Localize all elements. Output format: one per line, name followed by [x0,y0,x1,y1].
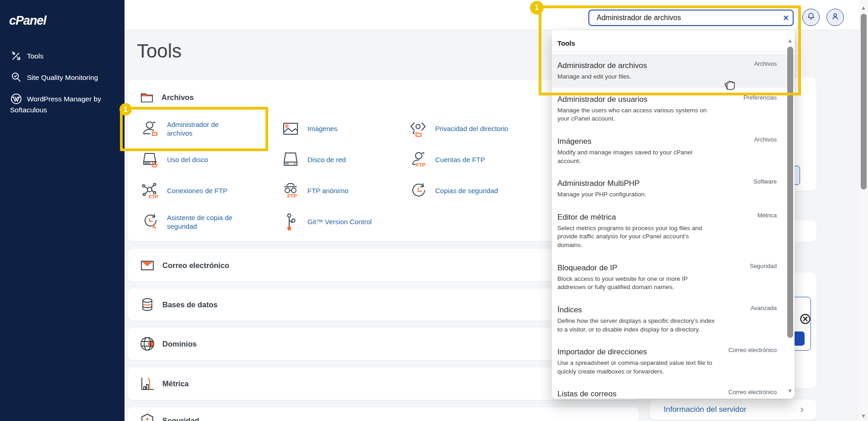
tool-label: Imágenes [307,124,338,133]
dropdown-scroll-up-icon[interactable]: ▲ [787,37,793,44]
section-label: Archivos [161,93,194,102]
search-results-dropdown: Tools Administrador de archivos Manage a… [552,30,795,399]
domains-icon [140,336,155,352]
result-category: Métrica [757,212,777,219]
divider [552,52,795,52]
server-info-card: Información del servidor › [650,400,816,420]
server-info-link[interactable]: Información del servidor [664,405,746,414]
tool-item-disk-usage[interactable]: Uso del disco [140,149,280,170]
search-result-row[interactable]: Imágenes Modify and manage images saved … [552,130,795,172]
result-description: Define how the server displays a specifi… [557,317,715,334]
result-title: Índices [557,305,740,315]
sidebar-item-label: Tools [27,52,43,60]
tool-label: Privacidad del directorio [435,124,508,133]
section-label: Dominios [162,340,197,348]
databases-icon [140,297,155,312]
tool-item-images[interactable]: Imágenes [280,118,408,139]
tool-label: FTP anónimo [307,186,348,195]
results-list: Administrador de archivos Manage and edi… [552,54,795,399]
page-scrollbar[interactable]: ▲ ▼ [859,0,868,421]
svg-text:FTP: FTP [287,193,297,199]
section-label: Métrica [162,379,189,388]
page-title: Tools [137,40,182,62]
sidebar: cPanel Tools Site Quality Monitoring Wor… [0,0,125,421]
sidebar-item-label: Site Quality Monitoring [27,74,98,81]
tool-label: Uso del disco [167,155,208,164]
result-description: Select metrics programs to process your … [557,224,715,250]
scroll-up-icon[interactable]: ▲ [861,5,866,11]
git-icon [280,211,301,232]
result-description: Block access to your website for one or … [557,275,715,292]
search-result-row[interactable]: Importador de direcciones Use a spreadsh… [552,340,795,382]
ftp-accounts-icon: FTP [408,149,429,170]
result-category: Correo electrónico [728,347,777,353]
disk-usage-icon [140,149,161,170]
cpanel-app: cPanel Tools Site Quality Monitoring Wor… [0,0,868,421]
page-scrollbar-thumb[interactable] [861,14,867,189]
result-category: Avanzada [750,305,777,311]
promo-close-icon[interactable] [800,314,811,326]
result-category: Seguridad [750,263,777,269]
sidebar-item-tools[interactable]: Tools [0,45,125,67]
web-disk-icon [280,149,301,170]
chevron-right-icon[interactable]: › [800,405,804,415]
account-button[interactable] [826,9,844,26]
sidebar-item-wordpress-manager[interactable]: WordPress Manager by Softaculous [0,88,125,120]
search-result-row[interactable]: Editor de métrica Select metrics program… [552,205,795,256]
tool-item-anonymous-ftp[interactable]: FTP FTP anónimo [280,180,408,201]
tool-item-git-version-control[interactable]: Git™ Version Control [280,211,408,232]
tools-icon [10,50,22,62]
result-category: Software [754,178,777,185]
sidebar-nav: Tools Site Quality Monitoring WordPress … [0,45,125,120]
search-result-row[interactable]: Administrador de archivos Manage and edi… [552,54,795,88]
dropdown-scroll-down-icon[interactable]: ▼ [787,388,793,394]
search-result-row[interactable]: Administrador MultiPHP Manage your PHP c… [552,172,795,205]
tool-label: Conexiones de FTP [167,186,228,195]
section-label: Seguridad [162,416,199,421]
tool-label: Disco de red [307,155,346,164]
results-group-label: Tools [552,30,795,47]
search-input[interactable] [589,14,779,22]
result-title: Editor de métrica [557,213,740,222]
dropdown-scrollbar-thumb[interactable] [787,47,793,338]
result-description: Use a spreadsheet or comma-separated val… [557,359,715,376]
search-result-row[interactable]: Bloqueador de IP Block access to your we… [552,256,795,298]
cpanel-logo: cPanel [9,14,125,28]
result-description: Manage the users who can access various … [557,106,715,123]
search-result-row[interactable]: Listas de correos Set up a single email … [552,382,795,399]
folder-icon [140,90,154,105]
tool-label: Cuentas de FTP [435,155,485,164]
tool-item-file-manager[interactable]: Administrador de archivos [140,118,280,139]
section-label: Bases de datos [162,300,218,309]
site-quality-icon [10,71,22,84]
notifications-button[interactable] [802,9,820,26]
result-category: Archivos [754,136,777,143]
file-manager-icon [140,118,161,139]
result-category: Correo electrónico [728,389,777,395]
tool-item-web-disk[interactable]: Disco de red [280,149,408,170]
result-description: Manage and edit your files. [557,73,715,81]
search-box: ✕ [588,10,794,26]
images-icon [280,118,301,139]
scroll-down-icon[interactable]: ▼ [861,413,866,419]
tool-item-backup-wizard[interactable]: Asistente de copia de seguridad [140,211,280,232]
ftp-connections-icon: FTP [140,180,161,201]
bell-icon [806,12,816,23]
section-card-security[interactable]: Seguridad [128,407,639,421]
tool-label: Asistente de copia de seguridad [167,213,244,231]
sidebar-item-label: WordPress Manager by Softaculous [10,95,101,114]
search-result-row[interactable]: Índices Define how the server displays a… [552,298,795,340]
user-icon [831,12,840,23]
result-title: Listas de correos [557,389,740,399]
tool-item-ftp-connections[interactable]: FTP Conexiones de FTP [140,180,280,201]
tool-label: Administrador de archivos [167,120,244,138]
anonymous-ftp-icon: FTP [280,180,301,201]
search-clear-icon[interactable]: ✕ [779,14,793,22]
sidebar-item-site-quality-monitoring[interactable]: Site Quality Monitoring [0,67,125,88]
backup-wizard-icon [140,211,161,232]
search-result-row[interactable]: Administrador de usuarios Manage the use… [552,88,795,130]
email-icon [140,258,155,273]
result-description: Modify and manage images saved to your c… [557,148,715,165]
tutorial-step-badge: 1 [530,1,544,15]
tool-label: Git™ Version Control [307,217,372,226]
